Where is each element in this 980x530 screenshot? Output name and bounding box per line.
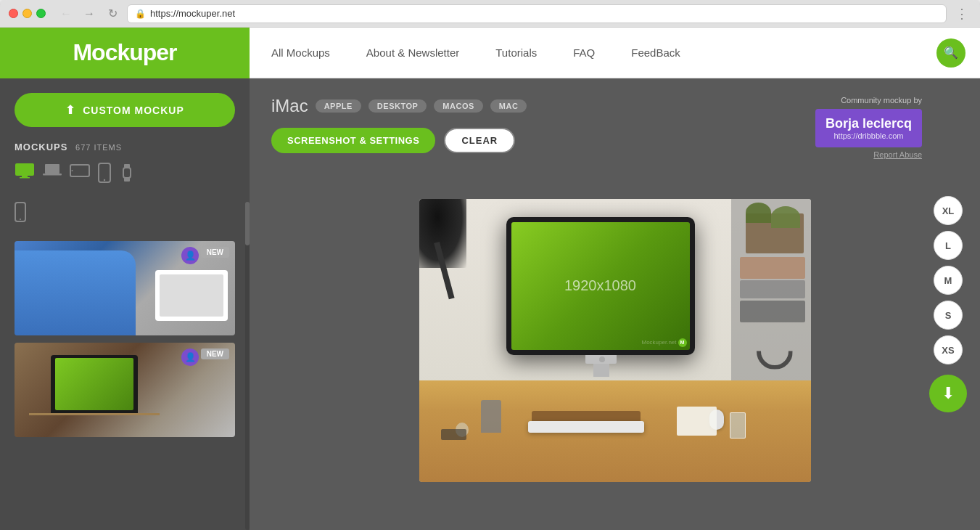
close-traffic-light[interactable]: [9, 9, 18, 18]
thumbnail-list: 👤 NEW 👤: [15, 241, 235, 437]
browser-navigation: ← → ↻: [57, 5, 121, 23]
custom-mockup-button[interactable]: ⬆ CUSTOM MOCKUP: [15, 93, 235, 127]
size-xl-button[interactable]: XL: [934, 196, 963, 225]
nav-about[interactable]: About & Newsletter: [366, 46, 459, 59]
community-by-label: Community mockup by: [815, 96, 922, 105]
nav-all-mockups[interactable]: All Mockups: [271, 46, 330, 59]
address-bar[interactable]: 🔒 https://mockuper.net: [127, 4, 947, 23]
thumbnail-item-2[interactable]: 👤 NEW: [15, 343, 235, 437]
main-content: ⬆ CUSTOM MOCKUP MOCKUPS 677 ITEMS: [0, 78, 980, 530]
right-content: iMac APPLE DESKTOP MACOS MAC SCREENSHOT …: [250, 78, 980, 530]
forward-button[interactable]: →: [81, 5, 98, 23]
more-button[interactable]: ⋮: [952, 3, 971, 25]
thumbnail-item-1[interactable]: 👤 NEW: [15, 241, 235, 335]
laptop-filter-icon[interactable]: [42, 163, 62, 187]
svg-point-8: [104, 179, 105, 181]
thumb2-community-badge: 👤: [181, 348, 199, 366]
minimize-traffic-light[interactable]: [22, 9, 32, 18]
nav-feedback[interactable]: FeedBack: [631, 46, 680, 59]
mockup-title: iMac: [271, 96, 308, 116]
phone-filter-icon[interactable]: [97, 163, 112, 187]
svg-rect-2: [20, 177, 30, 179]
svg-rect-5: [70, 165, 89, 176]
community-card[interactable]: Borja leclercq https://dribbble.com: [815, 109, 922, 147]
top-nav: Mockuper All Mockups About & Newsletter …: [0, 28, 980, 78]
download-button[interactable]: ⬇: [929, 375, 967, 412]
report-abuse-link[interactable]: Report Abuse: [815, 150, 922, 159]
mockups-header: MOCKUPS 677 ITEMS: [15, 142, 235, 152]
logo[interactable]: Mockuper: [73, 39, 176, 66]
mockups-count: 677 ITEMS: [75, 143, 122, 152]
tall-phone-filter-icon[interactable]: [15, 208, 26, 226]
size-buttons: XL L M S XS ⬇: [929, 196, 967, 412]
tablet-landscape-filter-icon[interactable]: [70, 163, 90, 187]
custom-mockup-label: CUSTOM MOCKUP: [83, 105, 184, 116]
clear-button[interactable]: CLEAR: [444, 128, 515, 153]
tag-apple[interactable]: APPLE: [316, 99, 361, 113]
reload-button[interactable]: ↻: [104, 5, 121, 23]
search-button[interactable]: 🔍: [936, 38, 965, 68]
maximize-traffic-light[interactable]: [36, 9, 46, 18]
nav-tutorials[interactable]: Tutorials: [495, 46, 537, 59]
download-icon: ⬇: [942, 384, 955, 403]
tag-mac[interactable]: MAC: [490, 99, 527, 113]
community-author-name: Borja leclercq: [825, 116, 912, 131]
url-text: https://mockuper.net: [150, 8, 939, 19]
resolution-text: 1920x1080: [564, 277, 636, 294]
mockup-image-area: 1920x1080 Mockuper.net M: [271, 168, 958, 513]
svg-rect-3: [45, 164, 59, 174]
screenshot-settings-button[interactable]: SCREENSHOT & SETTINGS: [271, 128, 435, 153]
search-icon: 🔍: [944, 46, 958, 60]
size-s-button[interactable]: S: [934, 301, 963, 330]
browser-titlebar: ← → ↻ 🔒 https://mockuper.net ⋮: [0, 0, 980, 28]
watch-filter-icon[interactable]: [119, 163, 135, 187]
imac-scene: 1920x1080 Mockuper.net M: [419, 199, 811, 482]
tag-desktop[interactable]: DESKTOP: [368, 99, 427, 113]
mockup-preview: 1920x1080 Mockuper.net M: [419, 199, 811, 482]
nav-links: All Mockups About & Newsletter Tutorials…: [250, 46, 936, 59]
nav-faq[interactable]: FAQ: [573, 46, 595, 59]
svg-rect-0: [15, 163, 34, 176]
svg-point-6: [72, 170, 73, 171]
back-button[interactable]: ←: [57, 5, 75, 23]
lock-icon: 🔒: [135, 9, 146, 19]
svg-rect-1: [22, 176, 28, 177]
app-container: Mockuper All Mockups About & Newsletter …: [0, 28, 980, 530]
svg-rect-11: [124, 178, 130, 182]
watermark-text: Mockuper.net: [641, 339, 676, 346]
mockups-label: MOCKUPS: [15, 142, 67, 152]
device-filter-icons: [15, 163, 235, 187]
size-l-button[interactable]: L: [934, 231, 963, 260]
community-mockup-section: Community mockup by Borja leclercq https…: [815, 96, 922, 159]
thumb2-new-badge: NEW: [201, 348, 229, 359]
svg-rect-9: [123, 168, 131, 178]
svg-rect-4: [43, 174, 62, 176]
tag-macos[interactable]: MACOS: [434, 99, 482, 113]
svg-point-13: [20, 219, 21, 220]
traffic-lights: [9, 9, 46, 18]
upload-icon: ⬆: [65, 103, 75, 117]
size-m-button[interactable]: M: [934, 266, 963, 295]
logo-area: Mockuper: [0, 28, 250, 78]
svg-rect-10: [124, 164, 130, 168]
sidebar: ⬆ CUSTOM MOCKUP MOCKUPS 677 ITEMS: [0, 78, 250, 530]
community-author-url: https://dribbble.com: [825, 131, 912, 140]
size-xs-button[interactable]: XS: [934, 335, 963, 364]
thumb1-new-badge: NEW: [201, 247, 229, 258]
desktop-filter-icon[interactable]: [15, 163, 35, 187]
thumb1-community-badge: 👤: [181, 247, 199, 264]
